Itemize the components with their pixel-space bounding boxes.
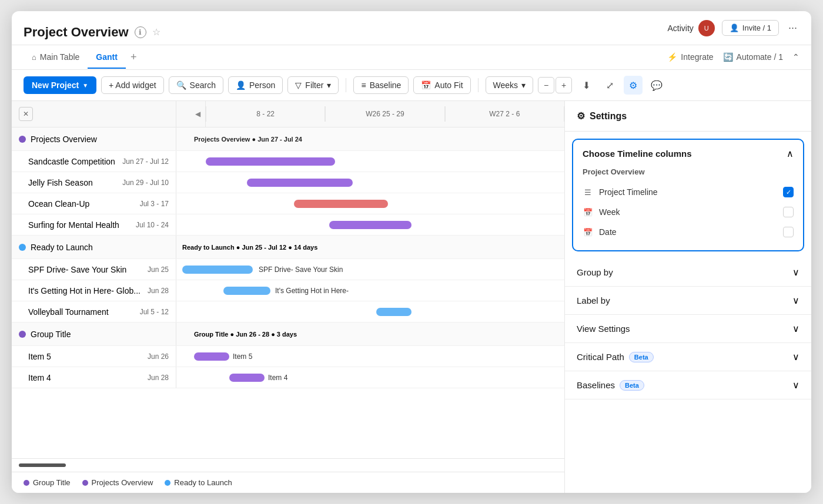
collapse-button[interactable]: ⌃ bbox=[792, 52, 799, 62]
baselines-section[interactable]: Baselines Beta ∨ bbox=[565, 371, 811, 399]
zoom-in-button[interactable]: + bbox=[556, 77, 572, 93]
gantt-body: Projects Overview Projects Overview ● Ju… bbox=[12, 127, 564, 458]
group-bar-area-title: Group Title ● Jun 26 - 28 ● 3 days bbox=[176, 322, 564, 345]
critical-path-row: Critical Path Beta bbox=[577, 352, 654, 362]
expand-button[interactable]: ⤢ bbox=[600, 76, 619, 95]
choose-timeline-header[interactable]: Choose Timeline columns ∧ bbox=[573, 140, 803, 167]
integrate-button[interactable]: ⚡ Integrate bbox=[667, 52, 713, 62]
gantt-bar-surfing bbox=[329, 221, 412, 229]
tab-gantt[interactable]: Gantt bbox=[88, 46, 126, 69]
invite-label: Invite / 1 bbox=[742, 23, 771, 32]
legend-label-projects-overview: Projects Overview bbox=[92, 478, 153, 487]
gantt-bar-hot bbox=[223, 287, 270, 295]
person-label: Person bbox=[249, 80, 275, 90]
search-label: Search bbox=[190, 80, 216, 90]
bar-area-item4: Item 4 bbox=[176, 367, 564, 388]
new-project-button[interactable]: New Project ▼ bbox=[24, 76, 96, 94]
filter-button[interactable]: ▽ Filter ▾ bbox=[287, 76, 339, 94]
separator-1 bbox=[346, 78, 346, 92]
gantt-panel: ✕ ◀ 8 - 22 W26 25 - 29 W27 2 - 6 Project… bbox=[12, 101, 564, 493]
critical-path-expand-icon: ∨ bbox=[792, 351, 799, 362]
group-bar-area-projects-overview: Projects Overview ● Jun 27 - Jul 24 bbox=[176, 127, 564, 150]
critical-path-section[interactable]: Critical Path Beta ∨ bbox=[565, 343, 811, 371]
settings-gear-icon: ⚙ bbox=[577, 110, 585, 122]
export-button[interactable]: ⬇ bbox=[577, 76, 595, 95]
legend-item-group-title: Group Title bbox=[24, 478, 71, 487]
star-icon[interactable]: ☆ bbox=[152, 26, 160, 38]
nav-arrow-prev[interactable]: ◀ bbox=[176, 101, 206, 127]
baseline-button[interactable]: ≡ Baseline bbox=[353, 76, 409, 94]
main-content: ✕ ◀ 8 - 22 W26 25 - 29 W27 2 - 6 Project… bbox=[12, 101, 811, 493]
auto-fit-button[interactable]: 📅 Auto Fit bbox=[413, 76, 470, 94]
group-title-title: Group Title bbox=[31, 330, 71, 339]
weeks-selector[interactable]: Weeks ▾ bbox=[486, 76, 534, 94]
bar-text-hot: It's Getting Hot in Here- bbox=[275, 287, 349, 295]
choose-timeline-section: Choose Timeline columns ∧ Project Overvi… bbox=[572, 139, 804, 251]
user-avatar: U bbox=[698, 20, 715, 36]
checkbox-week[interactable] bbox=[783, 207, 794, 217]
filter-dropdown-icon: ▾ bbox=[327, 80, 331, 90]
legend-item-ready-to-launch: Ready to Launch bbox=[165, 478, 232, 487]
new-project-label: New Project bbox=[32, 80, 79, 90]
separator-2 bbox=[478, 78, 479, 92]
gantt-bar-sandcastle bbox=[206, 157, 335, 166]
header: Project Overview ℹ ☆ Activity U 👤 Invite… bbox=[12, 11, 811, 45]
more-button[interactable]: ··· bbox=[786, 19, 799, 36]
row-label-surfing: Surfing for Mental Health Jul 10 - 24 bbox=[12, 214, 176, 235]
filter-label: Filter bbox=[305, 80, 323, 90]
row-spf: SPF Drive- Save Your Skin Jun 25 SPF Dri… bbox=[12, 259, 564, 280]
bar-area-jellyfish bbox=[176, 172, 564, 193]
choose-timeline-content: Project Overview ☰ Project Timeline ✓ 📅 … bbox=[573, 167, 803, 250]
baselines-expand-icon: ∨ bbox=[792, 379, 799, 391]
bar-text-spf: SPF Drive- Save Your Skin bbox=[259, 266, 343, 274]
activity-button[interactable]: Activity U bbox=[668, 20, 715, 36]
group-row-projects-overview: Projects Overview Projects Overview ● Ju… bbox=[12, 127, 564, 151]
scrollbar-area bbox=[12, 458, 564, 472]
label-by-expand-icon: ∨ bbox=[792, 295, 799, 306]
label-by-section[interactable]: Label by ∨ bbox=[565, 287, 811, 315]
row-label-jellyfish: Jelly Fish Season Jun 29 - Jul 10 bbox=[12, 172, 176, 193]
info-icon[interactable]: ℹ bbox=[135, 26, 146, 38]
baselines-row: Baselines Beta bbox=[577, 380, 644, 391]
gantt-bar-spf bbox=[182, 266, 253, 274]
weeks-dropdown-icon: ▾ bbox=[521, 80, 526, 90]
group-by-section[interactable]: Group by ∨ bbox=[565, 258, 811, 287]
group-bar-label: Projects Overview ● Jun 27 - Jul 24 bbox=[194, 136, 302, 143]
row-volleyball: Volleyball Tournament Jul 5 - 12 bbox=[12, 301, 564, 322]
search-button[interactable]: 🔍 Search bbox=[169, 76, 223, 94]
option-project-timeline-left: ☰ Project Timeline bbox=[583, 187, 658, 197]
legend-dot-ready-to-launch bbox=[165, 480, 170, 486]
invite-button[interactable]: 👤 Invite / 1 bbox=[722, 20, 779, 36]
tab-main-table[interactable]: ⌂ Main Table bbox=[24, 46, 88, 69]
add-tab-button[interactable]: + bbox=[126, 45, 142, 69]
bar-text-item4: Item 4 bbox=[268, 374, 287, 382]
add-widget-button[interactable]: + Add widget bbox=[101, 76, 164, 94]
person-button[interactable]: 👤 Person bbox=[228, 76, 283, 94]
chat-button[interactable]: 💬 bbox=[647, 76, 666, 95]
zoom-out-button[interactable]: − bbox=[538, 77, 554, 93]
settings-title: Settings bbox=[590, 111, 627, 122]
group-row-ready-to-launch: Ready to Launch Ready to Launch ● Jun 25… bbox=[12, 236, 564, 259]
checkbox-date[interactable] bbox=[783, 227, 794, 237]
settings-button[interactable]: ⚙ bbox=[624, 76, 643, 95]
gantt-bar-volleyball bbox=[376, 308, 412, 316]
checkbox-project-timeline[interactable]: ✓ bbox=[783, 187, 794, 197]
header-left: Project Overview ℹ ☆ bbox=[24, 25, 160, 40]
legend: Group Title Projects Overview Ready to L… bbox=[12, 472, 564, 493]
tabs-bar: ⌂ Main Table Gantt + ⚡ Integrate 🔄 Autom… bbox=[12, 45, 811, 70]
close-gantt-button[interactable]: ✕ bbox=[19, 107, 33, 121]
view-settings-section[interactable]: View Settings ∨ bbox=[565, 315, 811, 343]
label-by-title: Label by bbox=[577, 295, 610, 305]
option-week-label: Week bbox=[599, 207, 620, 217]
group-dot-title bbox=[19, 331, 26, 338]
option-project-timeline-label: Project Timeline bbox=[599, 187, 658, 197]
tabs-right: ⚡ Integrate 🔄 Automate / 1 ⌃ bbox=[667, 52, 799, 63]
bar-area-volleyball bbox=[176, 301, 564, 322]
scrollbar-thumb[interactable] bbox=[19, 463, 66, 467]
gantt-bar-ocean bbox=[294, 200, 388, 208]
group-by-expand-icon: ∨ bbox=[792, 267, 799, 278]
row-item5: Item 5 Jun 26 Item 5 bbox=[12, 346, 564, 367]
row-label-ocean: Ocean Clean-Up Jul 3 - 17 bbox=[12, 193, 176, 214]
gantt-bar-item4 bbox=[229, 374, 265, 382]
automate-button[interactable]: 🔄 Automate / 1 bbox=[723, 52, 783, 62]
